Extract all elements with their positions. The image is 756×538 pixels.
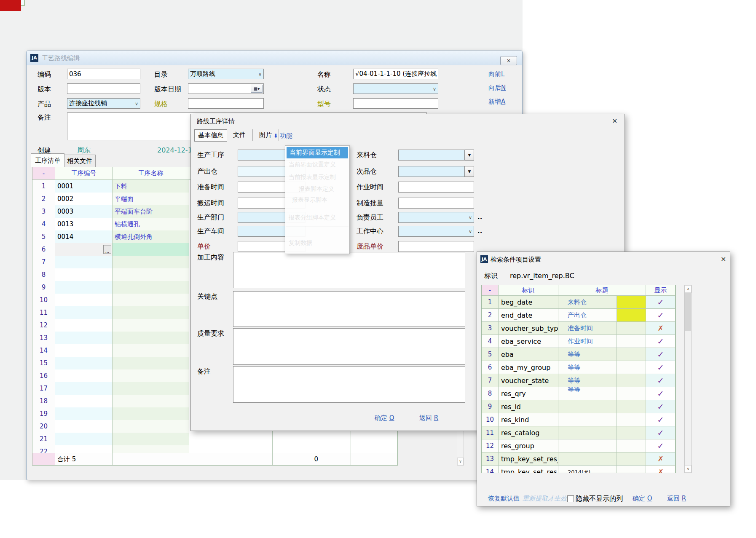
nav-link-L[interactable]: 向前L xyxy=(488,70,504,78)
operation-code-cell[interactable]: 0002 xyxy=(55,193,113,206)
color-swatch[interactable] xyxy=(617,439,646,452)
calendar-icon[interactable]: ▦▾ xyxy=(251,85,263,93)
chevron-down-icon[interactable]: ∨ xyxy=(469,229,472,234)
field-title-cell[interactable]: 准备时间 xyxy=(558,322,617,335)
row-number[interactable]: 5 xyxy=(482,348,499,361)
operation-name-cell[interactable]: 平端面车台阶 xyxy=(113,205,189,218)
row-number[interactable]: 4 xyxy=(482,335,499,348)
field-title-cell[interactable] xyxy=(558,413,617,426)
operation-code-cell[interactable] xyxy=(55,344,113,357)
row-number[interactable]: 10 xyxy=(32,294,55,307)
field-title-cell[interactable]: 等等 xyxy=(558,348,617,361)
operation-name-cell[interactable] xyxy=(113,395,189,408)
color-swatch[interactable] xyxy=(617,348,646,361)
version-input[interactable] xyxy=(67,83,140,94)
field-input[interactable] xyxy=(398,198,474,209)
display-toggle-cell[interactable]: ✓ xyxy=(646,374,676,387)
field-combo[interactable]: ∨ xyxy=(398,212,474,223)
operation-name-cell[interactable] xyxy=(113,268,189,281)
tab-files[interactable]: 文件 xyxy=(226,129,253,141)
menu-item-faded[interactable]: 复制数据 xyxy=(289,239,312,247)
operation-code-cell[interactable] xyxy=(55,281,113,294)
operation-name-cell[interactable] xyxy=(113,319,189,332)
operation-code-cell[interactable]: 0003 xyxy=(55,205,113,218)
row-number[interactable]: 7 xyxy=(32,256,55,269)
operation-code-cell[interactable] xyxy=(55,306,113,319)
field-code-cell[interactable]: res_qry xyxy=(499,387,558,400)
field-title-cell[interactable]: 作业时间 xyxy=(558,335,617,348)
field-code-cell[interactable]: voucher_state xyxy=(499,374,558,387)
operation-name-cell[interactable] xyxy=(113,407,189,420)
dropdown-arrow-icon[interactable]: ▼ xyxy=(465,150,474,161)
color-swatch[interactable] xyxy=(617,426,646,439)
close-icon[interactable]: × xyxy=(612,117,617,125)
row-number[interactable]: 12 xyxy=(32,319,55,332)
empty-cell[interactable] xyxy=(320,433,351,446)
field-title-cell[interactable]: 等等 xyxy=(558,387,617,400)
operation-name-cell[interactable] xyxy=(113,369,189,383)
field-code-cell[interactable]: tmp_key_set_res_mai xyxy=(499,452,558,466)
operation-name-cell[interactable]: 平端面 xyxy=(113,193,189,206)
operation-name-cell[interactable] xyxy=(113,382,189,395)
row-number[interactable]: 11 xyxy=(482,426,499,439)
field-title-cell[interactable]: 产出仓 xyxy=(558,309,617,322)
color-swatch[interactable] xyxy=(617,452,646,466)
scrollbar-down-icon[interactable]: ∨ xyxy=(457,458,464,465)
empty-cell[interactable] xyxy=(189,433,273,446)
row-number[interactable]: 2 xyxy=(32,193,55,206)
operation-code-cell[interactable] xyxy=(55,294,113,307)
field-input[interactable] xyxy=(398,241,474,252)
operation-name-cell[interactable] xyxy=(113,243,189,256)
operation-code-cell[interactable] xyxy=(55,407,113,420)
chevron-down-icon[interactable]: ∨ xyxy=(469,215,472,220)
operation-name-cell[interactable] xyxy=(113,332,189,345)
area-textarea[interactable] xyxy=(233,252,465,288)
color-swatch[interactable] xyxy=(617,374,646,387)
row-number[interactable]: 1 xyxy=(32,180,55,193)
row-number[interactable]: 11 xyxy=(32,306,55,319)
color-swatch[interactable] xyxy=(617,361,646,374)
field-code-cell[interactable]: res_id xyxy=(499,400,558,413)
area-textarea[interactable] xyxy=(233,328,465,365)
display-toggle-cell[interactable]: ✓ xyxy=(646,361,676,374)
operation-code-cell[interactable]: ... xyxy=(55,243,113,256)
empty-cell[interactable] xyxy=(273,433,320,446)
operation-name-cell[interactable] xyxy=(113,344,189,357)
back-button[interactable]: 返回 R xyxy=(667,495,686,503)
empty-cell[interactable] xyxy=(351,433,398,446)
display-toggle-cell[interactable]: ✗ xyxy=(646,452,676,466)
operation-code-cell[interactable] xyxy=(55,420,113,433)
field-code-cell[interactable]: eba xyxy=(499,348,558,361)
row-number[interactable]: 5 xyxy=(32,230,55,244)
row-number[interactable]: 9 xyxy=(32,281,55,294)
row-number[interactable]: 7 xyxy=(482,374,499,387)
field-title-cell[interactable]: 2014(#) xyxy=(558,466,617,473)
operation-code-cell[interactable] xyxy=(55,319,113,332)
area-textarea[interactable] xyxy=(233,366,465,403)
ok-button[interactable]: 确定 O xyxy=(633,495,652,503)
chevron-down-icon[interactable]: ∨ xyxy=(433,86,436,91)
color-swatch[interactable] xyxy=(617,466,646,473)
close-icon[interactable]: × xyxy=(500,56,517,65)
row-number[interactable]: 15 xyxy=(32,357,55,370)
field-code-cell[interactable]: voucher_sub_type_BC xyxy=(499,322,558,335)
color-swatch[interactable] xyxy=(617,413,646,426)
product-combo[interactable]: 连接座拉线销∨ xyxy=(67,98,140,109)
row-number[interactable]: 20 xyxy=(32,420,55,433)
operation-name-cell[interactable] xyxy=(113,281,189,294)
field-code-cell[interactable]: res_kind xyxy=(499,413,558,426)
row-number[interactable]: 13 xyxy=(482,452,499,466)
field-input[interactable] xyxy=(398,150,465,161)
operation-name-cell[interactable] xyxy=(113,306,189,319)
vertical-scrollbar[interactable]: ∧ ∨ xyxy=(684,285,692,473)
nav-link-N[interactable]: 向后N xyxy=(488,84,506,92)
operation-code-cell[interactable] xyxy=(55,332,113,345)
row-number[interactable]: 3 xyxy=(482,322,499,335)
ellipsis-button[interactable]: ... xyxy=(103,245,111,254)
display-toggle-cell[interactable]: ✗ xyxy=(646,322,676,335)
field-title-cell[interactable] xyxy=(558,426,617,439)
chevron-down-icon[interactable]: ∨ xyxy=(135,101,138,106)
display-toggle-cell[interactable]: ✓ xyxy=(646,387,676,400)
operation-code-cell[interactable]: 0014 xyxy=(55,230,113,244)
operation-code-cell[interactable] xyxy=(55,268,113,281)
